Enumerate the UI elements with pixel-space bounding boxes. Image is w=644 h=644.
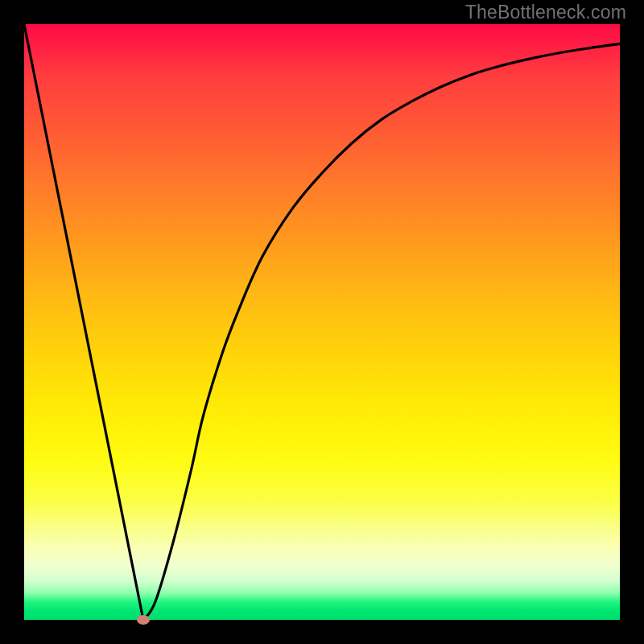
- plot-area: [24, 24, 620, 620]
- chart-frame: TheBottleneck.com: [0, 0, 644, 644]
- optimal-point-marker: [137, 615, 150, 625]
- bottleneck-curve: [24, 24, 620, 620]
- curve-svg: [24, 24, 620, 620]
- watermark-text: TheBottleneck.com: [465, 2, 626, 23]
